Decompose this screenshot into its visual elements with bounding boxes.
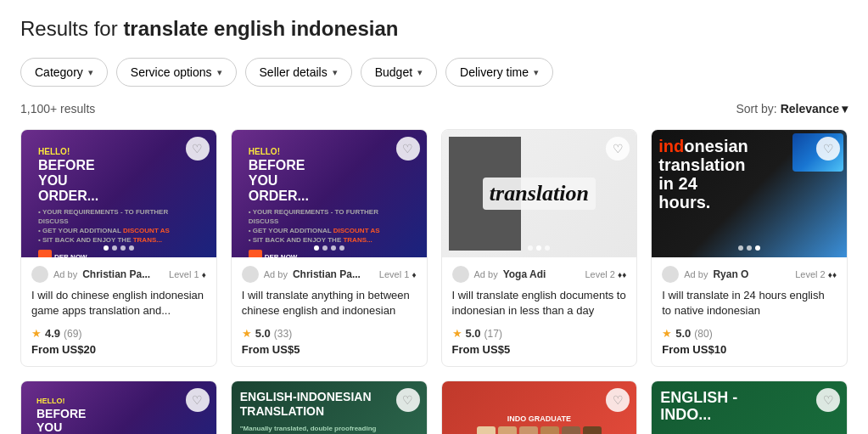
star-icon-1: ★ <box>31 327 42 340</box>
rating-count-4: (80) <box>694 328 712 340</box>
card-image-3: translation ♡ <box>442 130 637 257</box>
rating-count-3: (17) <box>484 328 502 340</box>
page-title: Results for translate english indonesian <box>20 17 848 41</box>
service-card-bottom-7[interactable]: INDO GRADUATE ♡ <box>441 380 638 434</box>
avatar-4 <box>662 266 679 283</box>
heart-icon-bottom-5: ♡ <box>192 393 203 407</box>
card-meta-3: Ad by Yoga Adi Level 2 ♦♦ <box>452 266 627 283</box>
avatar-3 <box>452 266 469 283</box>
heart-icon-bottom-8: ♡ <box>823 393 834 407</box>
filter-label: Category <box>35 65 83 79</box>
chevron-down-icon: ▾ <box>88 67 93 78</box>
filter-label: Budget <box>375 65 412 79</box>
card-body-4: Ad by Ryan O Level 2 ♦♦ I will translate… <box>652 257 847 366</box>
filter-budget[interactable]: Budget▾ <box>361 58 437 87</box>
seller-name-2[interactable]: Christian Pa... <box>293 268 361 280</box>
service-card-bottom-8[interactable]: ENGLISH -INDO... ♡ <box>651 380 848 434</box>
filter-bar: Category▾Service options▾Seller details▾… <box>20 58 848 87</box>
ad-badge-1: Ad by <box>53 269 77 279</box>
rating-value-4: 5.0 <box>675 327 691 340</box>
card-image-1: HELLO! BEFORE YOU ORDER... • YOUR REQUIR… <box>21 130 216 257</box>
card-price-2: From US$5 <box>242 343 417 356</box>
diamonds-2: ♦ <box>412 270 416 279</box>
filter-service-options[interactable]: Service options▾ <box>116 58 237 87</box>
ad-badge-2: Ad by <box>264 269 288 279</box>
card-body-3: Ad by Yoga Adi Level 2 ♦♦ I will transla… <box>442 257 637 366</box>
bottom-cards-grid: HELLO! BEFOREYOUORDER... ♡ ENGLISH-INDON… <box>20 380 848 434</box>
card-price-4: From US$10 <box>662 343 837 356</box>
card-dots-2 <box>314 245 344 251</box>
results-count: 1,100+ results <box>20 102 95 116</box>
card-rating-1: ★ 4.9 (69) <box>31 327 206 340</box>
service-card-2[interactable]: HELLO! BEFORE YOU ORDER... • YOUR REQUIR… <box>231 129 428 367</box>
title-query: translate english indonesian <box>123 17 398 40</box>
card-rating-3: ★ 5.0 (17) <box>452 327 627 340</box>
rating-count-2: (33) <box>274 328 292 340</box>
card-rating-2: ★ 5.0 (33) <box>242 327 417 340</box>
card-title-3: I will translate english documents to in… <box>452 288 627 320</box>
ad-badge-3: Ad by <box>474 269 498 279</box>
service-card-bottom-5[interactable]: HELLO! BEFOREYOUORDER... ♡ <box>20 380 217 434</box>
diamonds-1: ♦ <box>202 270 206 279</box>
star-icon-4: ★ <box>662 327 672 340</box>
service-card-4[interactable]: indonesiantranslationin 24hours. ♡ Ad by… <box>651 129 848 367</box>
heart-icon-bottom-7: ♡ <box>613 393 624 407</box>
card-dots-4 <box>738 245 760 251</box>
card-body-2: Ad by Christian Pa... Level 1 ♦ I will t… <box>232 257 427 366</box>
service-card-bottom-6[interactable]: ENGLISH-INDONESIANTRANSLATION "Manually … <box>231 380 428 434</box>
filter-seller-details[interactable]: Seller details▾ <box>245 58 352 87</box>
sort-value-button[interactable]: Relevance ▾ <box>781 102 848 116</box>
chevron-down-icon: ▾ <box>534 67 539 78</box>
wishlist-button-bottom-5[interactable]: ♡ <box>186 388 210 412</box>
wishlist-button-2[interactable]: ♡ <box>396 137 420 161</box>
filter-delivery-time[interactable]: Delivery time▾ <box>445 58 553 87</box>
card-image-4: indonesiantranslationin 24hours. ♡ <box>652 130 847 257</box>
sort-chevron-icon: ▾ <box>842 102 848 116</box>
cards-grid: HELLO! BEFORE YOU ORDER... • YOUR REQUIR… <box>20 129 848 367</box>
level-badge-3: Level 2 ♦♦ <box>585 269 627 279</box>
service-card-3[interactable]: translation ♡ Ad by Yoga Adi Level 2 ♦♦ … <box>441 129 638 367</box>
card-image-bottom-6: ENGLISH-INDONESIANTRANSLATION "Manually … <box>232 381 427 434</box>
card-meta-2: Ad by Christian Pa... Level 1 ♦ <box>242 266 417 283</box>
card-price-1: From US$20 <box>31 343 206 356</box>
rating-value-1: 4.9 <box>45 327 60 340</box>
page-container: Results for translate english indonesian… <box>0 0 868 434</box>
wishlist-button-bottom-6[interactable]: ♡ <box>396 388 420 412</box>
sort-value-text: Relevance <box>781 102 839 116</box>
rating-value-2: 5.0 <box>255 327 271 340</box>
rating-count-1: (69) <box>64 328 81 340</box>
results-bar: 1,100+ results Sort by: Relevance ▾ <box>20 102 848 116</box>
seller-name-3[interactable]: Yoga Adi <box>503 268 546 280</box>
card-body-1: Ad by Christian Pa... Level 1 ♦ I will d… <box>21 257 216 366</box>
card-meta-4: Ad by Ryan O Level 2 ♦♦ <box>662 266 837 283</box>
level-badge-1: Level 1 ♦ <box>169 269 206 279</box>
heart-icon: ♡ <box>402 142 413 155</box>
seller-name-4[interactable]: Ryan O <box>713 268 748 280</box>
heart-icon-bottom-6: ♡ <box>402 393 413 407</box>
title-prefix: Results for <box>20 17 118 40</box>
wishlist-button-1[interactable]: ♡ <box>186 137 210 161</box>
card-title-4: I will translate in 24 hours english to … <box>662 288 837 320</box>
card-image-2: HELLO! BEFORE YOU ORDER... • YOUR REQUIR… <box>232 130 427 257</box>
filter-category[interactable]: Category▾ <box>20 58 108 87</box>
card-image-bottom-7: INDO GRADUATE ♡ <box>442 381 637 434</box>
chevron-down-icon: ▾ <box>417 67 423 78</box>
card-dots-1 <box>104 245 134 251</box>
card-image-bottom-8: ENGLISH -INDO... ♡ <box>652 381 847 434</box>
avatar-2 <box>242 266 259 283</box>
card-rating-4: ★ 5.0 (80) <box>662 327 837 340</box>
wishlist-button-bottom-8[interactable]: ♡ <box>816 388 840 412</box>
seller-name-1[interactable]: Christian Pa... <box>82 268 150 280</box>
wishlist-button-4[interactable]: ♡ <box>816 137 840 161</box>
service-card-1[interactable]: HELLO! BEFORE YOU ORDER... • YOUR REQUIR… <box>20 129 217 367</box>
card-price-3: From US$5 <box>452 343 627 356</box>
level-badge-2: Level 1 ♦ <box>379 269 417 279</box>
filter-label: Delivery time <box>460 65 529 79</box>
heart-icon: ♡ <box>823 142 834 155</box>
sort-label: Sort by: <box>736 102 776 116</box>
heart-icon: ♡ <box>192 142 203 155</box>
star-icon-3: ★ <box>452 327 462 340</box>
avatar-1 <box>31 266 48 283</box>
card-image-bottom-5: HELLO! BEFOREYOUORDER... ♡ <box>21 381 216 434</box>
rating-value-3: 5.0 <box>466 327 481 340</box>
